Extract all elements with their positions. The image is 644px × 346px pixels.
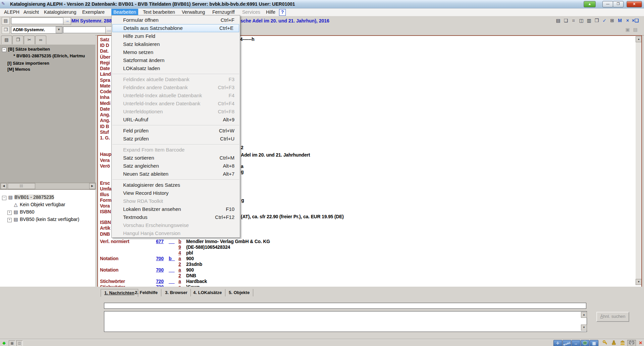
menu-item-formular-oeffnen[interactable]: Formular öffnenCtrl+F <box>112 16 240 24</box>
message-list[interactable]: ▲ ▼ <box>104 311 587 332</box>
subfield-code[interactable]: b <box>178 239 181 244</box>
menu-item-details-aus-satzschablone[interactable]: Details aus SatzschabloneCtrl+E <box>112 24 239 32</box>
field-value[interactable]: DNB <box>186 273 196 278</box>
menu-item-lokalsatz-laden[interactable]: LOKalsatz laden <box>112 64 240 72</box>
scroll-down-icon[interactable]: ▼ <box>581 325 587 331</box>
tab-templates-icon[interactable]: ✂ <box>24 36 35 44</box>
move-panes-icon[interactable]: ✛ <box>553 340 562 346</box>
systemnr-input[interactable] <box>11 17 63 24</box>
scroll-left-icon[interactable]: ◀ <box>1 183 7 189</box>
field-value[interactable]: Mendler Immo- Verlag GmbH & Co. KG <box>186 239 270 244</box>
expand-icon[interactable]: + <box>7 211 12 215</box>
subfield-code[interactable]: a <box>178 256 181 261</box>
tab-overview-icon[interactable]: ▤ <box>1 36 12 44</box>
indicator[interactable]: __ <box>169 239 175 244</box>
help-icon[interactable]: ? <box>279 9 286 16</box>
expand-icon[interactable]: + <box>7 218 12 222</box>
tab-objekte[interactable]: 5. Objekte <box>225 289 253 296</box>
scroll-down-icon[interactable]: ▼ <box>636 279 642 285</box>
upload-button[interactable]: ▲ <box>584 1 596 7</box>
menu-item-katalogisierer-des-satzes[interactable]: Katalogisierer des Satzes <box>112 181 240 189</box>
check-record-icon[interactable]: ✓ <box>600 17 608 25</box>
tag-link[interactable]: 677 <box>156 239 164 244</box>
tree-node-bvb60[interactable]: +▤BVB60 <box>7 209 35 215</box>
chevron-down-icon[interactable]: ▼ <box>56 26 62 33</box>
menu-item-view-record-history[interactable]: View Record History <box>112 189 240 197</box>
session-monitor-icon[interactable]: ▦ <box>9 340 15 346</box>
collapse-icon[interactable]: − <box>2 196 6 200</box>
minimize-button[interactable]: — <box>602 1 613 7</box>
grid-view-icon[interactable]: ▦ <box>590 340 598 346</box>
bank-icon[interactable] <box>619 340 627 346</box>
sidebar-hscrollbar[interactable]: ◀ ||| ▶ <box>0 183 96 189</box>
menu-item-satzformat-aendern[interactable]: Satzformat ändern <box>112 56 240 64</box>
menu-item-satz-angleichen[interactable]: Satz angleichenAlt+8 <box>112 162 240 170</box>
tree-node-memos[interactable]: [M] Memos <box>7 67 30 72</box>
subfield-code[interactable]: 9 <box>178 244 181 250</box>
menu-item-hilfe-zum-feld[interactable]: Hilfe zum Feld <box>112 32 240 40</box>
tab-lokalsaetze[interactable]: 4. LOKalsätze <box>190 289 225 296</box>
field-value[interactable]: 900 <box>186 256 194 261</box>
menu-verwaltung[interactable]: Verwaltung <box>180 9 207 16</box>
field-value[interactable]: Hardback <box>186 279 207 284</box>
menu-text-bearbeiten[interactable]: Text bearbeiten <box>141 9 177 16</box>
tree-node-current-record[interactable]: * BVB01-28875235 (Ellrich, Hartmu <box>13 53 85 58</box>
collapse-icon[interactable]: − <box>2 48 6 52</box>
tree-node-edit-records[interactable]: −[B] Sätze bearbeiten <box>2 47 50 52</box>
key-icon[interactable] <box>601 340 609 346</box>
task-monitor-icon[interactable]: ◫ <box>16 340 23 346</box>
tab-feldhilfe[interactable]: 2. Feldhilfe <box>131 289 161 296</box>
marc-search-icon[interactable]: M <box>616 17 624 25</box>
scroll-thumb[interactable]: ||| <box>8 183 35 189</box>
menu-item-feld-pruefen[interactable]: Feld prüfenCtrl+W <box>112 127 240 135</box>
tree-node-import-records[interactable]: [I] Sätze importieren <box>7 61 49 66</box>
push-record-icon[interactable]: ❒ <box>593 17 601 25</box>
menu-item-satz-lokalisieren[interactable]: Satz lokalisieren <box>112 40 240 48</box>
restore-button[interactable]: ❐ <box>613 1 624 7</box>
record-vscrollbar[interactable]: ▲ ▼ <box>636 36 641 285</box>
tab-records-icon[interactable]: ❐ <box>12 36 23 44</box>
list-vscrollbar[interactable]: ▲ ▼ <box>581 312 586 331</box>
book-icon[interactable]: ❒ <box>2 26 10 34</box>
menu-katalogisierung[interactable]: Katalogisierung <box>42 9 78 16</box>
tree-node-bvb01[interactable]: −▤BVB01 - 28875235 <box>2 194 54 200</box>
split-editor-icon[interactable]: ⊞ <box>608 17 616 25</box>
subfield-code[interactable]: 2 <box>178 262 181 267</box>
message-input[interactable] <box>104 303 586 309</box>
close-button[interactable]: × <box>627 1 642 7</box>
scroll-up-icon[interactable]: ▲ <box>636 36 642 42</box>
close-record-icon[interactable]: × <box>624 17 632 25</box>
adm-input[interactable] <box>63 26 107 33</box>
tower-icon[interactable] <box>610 340 618 346</box>
tree-node-no-object[interactable]: △Kein Objekt verfügbar <box>13 202 65 207</box>
subfield-code[interactable]: a <box>178 279 181 284</box>
field-value[interactable]: 23sdnb <box>186 262 202 267</box>
tab-search-icon[interactable]: ∞ <box>35 36 46 44</box>
field-value[interactable]: 900 <box>186 267 194 273</box>
menu-item-textmodus[interactable]: TextmodusCtrl+F12 <box>112 213 240 221</box>
printer-icon[interactable] <box>627 340 636 346</box>
record-bar-icon[interactable]: ▤ <box>2 17 10 25</box>
menu-fernzugriff[interactable]: Fernzugriff <box>210 9 237 16</box>
tag-link[interactable]: 720 <box>156 279 164 284</box>
menu-item-lokalen-besitzer-ansehen[interactable]: Lokalen Besitzer ansehenF10 <box>112 205 240 213</box>
field-value[interactable]: pbl <box>186 250 193 255</box>
go-arrow-button[interactable]: → <box>63 17 71 25</box>
menu-exemplare[interactable]: Exemplare <box>80 9 107 16</box>
menu-bearbeiten[interactable]: Bearbeiten <box>111 9 138 16</box>
tag-link[interactable]: 700 <box>156 256 164 261</box>
subfield-code[interactable]: 4 <box>178 250 181 255</box>
marc-view-icon[interactable]: MARC <box>562 340 571 346</box>
edit-record-icon[interactable]: ▤ <box>554 17 562 25</box>
tree-node-bvb50[interactable]: +▤BVB50 (kein Satz verfügbar) <box>7 217 79 222</box>
full-view-icon[interactable]: ▥ <box>585 17 593 25</box>
record-tree-icon[interactable]: ⌗ <box>570 17 578 25</box>
subfield-code[interactable]: a <box>178 267 181 273</box>
systemnr-type-dropdown[interactable]: ADM-Systemnr. ▼ <box>11 26 63 34</box>
menu-ansicht[interactable]: Ansicht <box>21 9 41 16</box>
menu-item-url-aufruf[interactable]: URL-AufrufAlt+9 <box>112 116 240 124</box>
swap-panes-icon[interactable]: ↔ <box>572 340 580 346</box>
stamp-record-icon[interactable]: ❏ <box>562 17 570 25</box>
close-all-records-icon[interactable]: ×❏ <box>631 17 639 25</box>
scroll-up-icon[interactable]: ▲ <box>581 312 587 318</box>
